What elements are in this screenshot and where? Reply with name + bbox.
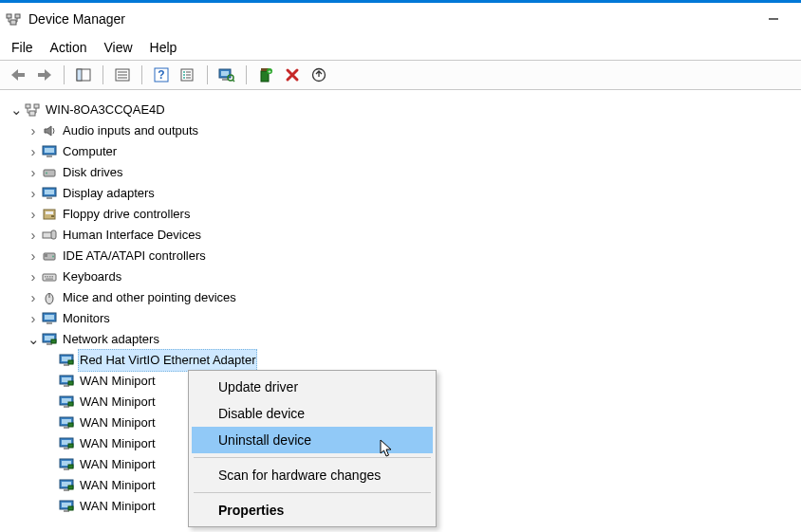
expander-icon[interactable] — [27, 120, 40, 141]
tree-category-display[interactable]: Display adapters — [9, 183, 795, 204]
cm-uninstall-device[interactable]: Uninstall device — [192, 427, 433, 453]
network-adapter-icon — [59, 353, 74, 368]
svg-rect-43 — [45, 148, 54, 153]
expander-icon[interactable] — [27, 225, 40, 246]
tree-label: WAN Miniport — [78, 392, 158, 413]
disk-icon — [42, 165, 57, 180]
tree-category-audio[interactable]: Audio inputs and outputs — [9, 120, 795, 141]
svg-rect-48 — [45, 190, 54, 194]
tree-root[interactable]: WIN-8OA3CCQAE4D — [9, 100, 795, 120]
tree-label: WAN Miniport — [78, 475, 158, 496]
tree-category-disk[interactable]: Disk drives — [9, 162, 795, 183]
help-button[interactable]: ? — [151, 64, 172, 85]
add-legacy-hardware-button[interactable]: + — [255, 64, 276, 85]
svg-rect-8 — [17, 73, 25, 77]
toolbar: ? + — [0, 60, 801, 90]
svg-rect-96 — [68, 465, 73, 468]
window-controls — [752, 5, 795, 33]
update-driver-button[interactable] — [308, 64, 329, 85]
monitor-icon — [42, 144, 57, 159]
svg-rect-100 — [68, 486, 73, 489]
svg-point-20 — [183, 74, 185, 76]
properties-button[interactable] — [112, 64, 133, 85]
tree-label: Network adapters — [61, 329, 161, 350]
title-bar: Device Manager — [0, 3, 801, 35]
back-button[interactable] — [8, 64, 28, 85]
menu-file[interactable]: File — [11, 40, 33, 55]
tree-label: Floppy drive controllers — [61, 204, 192, 225]
svg-line-29 — [233, 80, 234, 82]
svg-rect-63 — [46, 279, 53, 280]
tree-category-ide[interactable]: IDE ATA/ATAPI controllers — [9, 246, 795, 266]
menu-action[interactable]: Action — [50, 40, 87, 55]
expander-icon[interactable] — [27, 204, 40, 225]
svg-point-19 — [183, 71, 185, 73]
cm-update-driver[interactable]: Update driver — [192, 374, 433, 400]
svg-rect-26 — [221, 71, 229, 76]
svg-rect-92 — [68, 444, 73, 448]
tree-label: Keyboards — [61, 266, 123, 287]
tree-category-mice[interactable]: Mice and other pointing devices — [9, 287, 795, 308]
tree-label: WAN Miniport — [78, 413, 158, 433]
keyboard-icon — [42, 269, 57, 284]
svg-rect-37 — [29, 111, 35, 116]
svg-rect-72 — [51, 339, 56, 343]
monitor-icon — [42, 311, 57, 326]
expander-icon[interactable] — [27, 287, 40, 308]
svg-rect-104 — [68, 506, 73, 510]
tree-category-monitors[interactable]: Monitors — [9, 308, 795, 329]
expander-icon[interactable] — [27, 308, 40, 329]
expander-icon[interactable] — [9, 100, 23, 120]
tree-device-redhat-virtio[interactable]: Red Hat VirtIO Ethernet Adapter — [9, 350, 795, 371]
svg-rect-52 — [51, 215, 54, 217]
context-menu-separator — [194, 457, 431, 458]
tree-category-keyboards[interactable]: Keyboards — [9, 266, 795, 287]
network-adapter-icon — [59, 394, 74, 410]
tree-label: Display adapters — [61, 183, 157, 204]
forward-button[interactable] — [34, 64, 55, 85]
minimize-button[interactable] — [752, 5, 795, 33]
tree-category-floppy[interactable]: Floppy drive controllers — [9, 204, 795, 225]
menu-bar: File Action View Help — [0, 35, 801, 60]
svg-rect-44 — [47, 156, 52, 157]
tree-label: Computer — [61, 141, 119, 162]
menu-view[interactable]: View — [103, 40, 132, 55]
toolbar-separator — [246, 65, 247, 84]
svg-rect-59 — [45, 276, 47, 278]
tree-category-hid[interactable]: Human Interface Devices — [9, 225, 795, 246]
svg-rect-9 — [38, 73, 46, 77]
cm-scan-hardware[interactable]: Scan for hardware changes — [192, 462, 433, 488]
display-adapter-icon — [42, 186, 57, 201]
svg-rect-60 — [47, 276, 49, 278]
expander-icon[interactable] — [27, 329, 40, 350]
tree-label: WAN Miniport — [78, 371, 158, 392]
svg-rect-27 — [222, 79, 228, 81]
toolbar-separator — [102, 65, 103, 84]
svg-rect-68 — [47, 322, 52, 324]
cm-disable-device[interactable]: Disable device — [192, 400, 433, 427]
svg-rect-35 — [26, 104, 30, 108]
scan-hardware-button[interactable] — [216, 64, 237, 85]
expander-icon[interactable] — [27, 141, 40, 162]
tree-category-network[interactable]: Network adapters — [9, 329, 795, 350]
show-hide-console-button[interactable] — [73, 64, 94, 85]
svg-point-21 — [183, 77, 185, 79]
toolbar-separator — [207, 65, 208, 84]
svg-point-57 — [52, 256, 54, 258]
action-list-button[interactable] — [177, 64, 198, 85]
network-adapter-icon — [59, 478, 74, 493]
cm-properties[interactable]: Properties — [192, 497, 433, 523]
expander-icon[interactable] — [27, 266, 40, 287]
expander-icon[interactable] — [27, 162, 40, 183]
svg-text:+: + — [268, 68, 271, 74]
expander-icon[interactable] — [27, 246, 40, 266]
menu-help[interactable]: Help — [150, 40, 177, 55]
tree-category-computer[interactable]: Computer — [9, 141, 795, 162]
svg-rect-1 — [15, 14, 20, 18]
expander-icon[interactable] — [27, 183, 40, 204]
svg-rect-36 — [34, 104, 39, 108]
svg-rect-56 — [45, 254, 47, 257]
uninstall-device-button[interactable] — [282, 64, 303, 85]
svg-rect-67 — [45, 315, 54, 320]
tree-root-label: WIN-8OA3CCQAE4D — [44, 100, 167, 120]
